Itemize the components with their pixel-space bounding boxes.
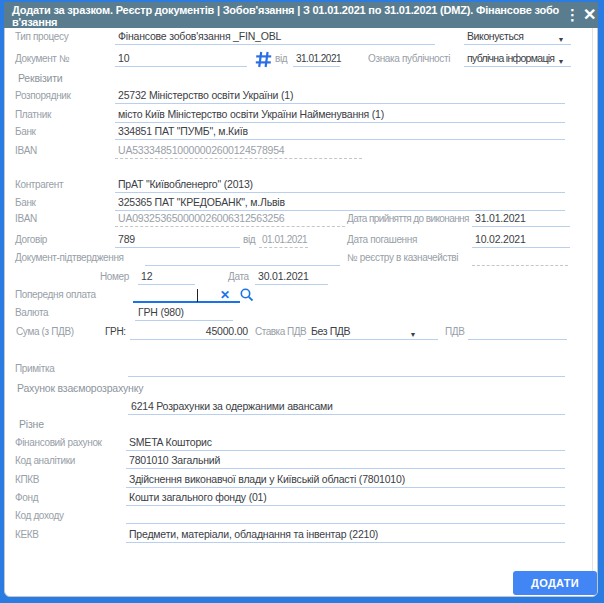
chevron-down-icon: ▼ xyxy=(557,32,564,47)
kpkv-field[interactable]: Здійснення виконавчої влади у Київській … xyxy=(126,472,565,488)
platnyk-field[interactable]: місто Київ Міністерство освіти України Н… xyxy=(115,107,565,123)
bank1-label: Банк xyxy=(15,126,36,137)
doc-from-date-field[interactable]: 31.01.2021 xyxy=(293,51,340,67)
vat-label: ПДВ xyxy=(445,326,465,337)
bank2-field[interactable]: 325365 ПАТ "КРЕДОБАНК", м.Львів xyxy=(115,195,565,211)
status-dropdown[interactable]: Виконується▼ xyxy=(464,29,571,45)
currency-field[interactable]: ГРН (980) xyxy=(135,305,233,321)
kontragent-label: Контрагент xyxy=(15,179,63,190)
process-type-field[interactable]: Фінансове зобов'язання _FIN_OBL xyxy=(115,29,435,45)
text-cursor xyxy=(197,289,198,302)
fin-account-label: Фінансовий рахунок xyxy=(15,437,102,448)
vat-field[interactable] xyxy=(468,324,567,340)
note-field[interactable] xyxy=(128,361,565,377)
fond-label: Фонд xyxy=(15,492,38,503)
bank2-label: Банк xyxy=(15,197,36,208)
iban2-field: UA093253650000026006312563256 xyxy=(115,211,345,227)
bank1-field[interactable]: 334851 ПАТ "ПУМБ", м.Київ xyxy=(115,124,565,140)
publicity-label: Ознака публічності xyxy=(368,53,450,64)
income-code-label: Код доходу xyxy=(15,510,64,521)
chevron-down-icon: ▼ xyxy=(409,327,416,342)
income-code-field[interactable] xyxy=(126,508,565,524)
kekv-label: КЕКВ xyxy=(15,529,39,540)
repayment-date-field[interactable]: 10.02.2021 xyxy=(472,232,570,248)
section-settlement: Рахунок взаєморозрахунку xyxy=(17,382,143,394)
rozporiadnyk-field[interactable]: 25732 Міністерство освіти України (1) xyxy=(115,88,565,104)
prepayment-label: Попередня оплата xyxy=(15,289,96,300)
dohovir-label: Договір xyxy=(15,234,47,245)
chevron-down-icon: ▼ xyxy=(557,54,564,69)
document-no-label: Документ № xyxy=(15,53,69,64)
iban1-label: IBAN xyxy=(15,145,37,156)
confirm-doc-field[interactable] xyxy=(145,250,340,266)
vat-rate-label: Ставка ПДВ xyxy=(255,326,306,337)
kekv-field[interactable]: Предмети, матеріали, обладнання та інвен… xyxy=(126,527,565,543)
platnyk-label: Платник xyxy=(15,109,51,120)
scroll-track xyxy=(592,28,593,594)
publicity-value: публічна інформація xyxy=(467,52,554,64)
iban2-label: IBAN xyxy=(15,213,37,224)
settlement-field[interactable]: 6214 Розрахунки за одержаними авансами xyxy=(128,399,565,415)
clear-icon[interactable]: ✕ xyxy=(220,288,230,302)
add-button[interactable]: ДОДАТИ xyxy=(513,571,597,595)
fin-account-field[interactable]: SMETA Кошторис xyxy=(126,435,565,451)
kpkv-label: КПКВ xyxy=(15,474,39,485)
dohovir-from-date-field: 01.01.2021 xyxy=(259,232,308,248)
data2-label: Дата xyxy=(228,271,249,282)
document-no-field[interactable]: 10 xyxy=(115,51,247,67)
currency-label: Валюта xyxy=(15,307,48,318)
section-rekvizyty: Реквізити xyxy=(18,72,62,84)
analytics-code-label: Код аналітики xyxy=(15,455,75,466)
note-label: Примітка xyxy=(15,363,54,374)
search-icon[interactable] xyxy=(239,287,255,303)
acceptance-date-label: Дата прийняття до виконання xyxy=(347,213,469,224)
fond-field[interactable]: Кошти загального фонду (01) xyxy=(126,490,565,506)
iban1-field: UA533348510000002600124578954 xyxy=(115,143,362,159)
sum-field[interactable]: 45000.00 xyxy=(130,324,250,340)
sum-currency-label: ГРН: xyxy=(105,326,126,337)
vat-rate-dropdown[interactable]: Без ПДВ▼ xyxy=(308,324,438,340)
dohovir-from-label: від xyxy=(243,234,255,245)
treasury-reg-field xyxy=(472,250,568,266)
process-type-label: Тип процесу xyxy=(15,31,68,42)
data2-field[interactable]: 30.01.2021 xyxy=(255,269,328,285)
repayment-date-label: Дата погашення xyxy=(347,234,417,245)
form: Тип процесу Фінансове зобов'язання _FIN_… xyxy=(0,0,604,603)
rozporiadnyk-label: Розпорядник xyxy=(15,90,71,101)
kontragent-field[interactable]: ПрАТ "Київобленерго" (2013) xyxy=(115,177,565,193)
status-value: Виконується xyxy=(467,30,524,42)
doc-from-label: від xyxy=(275,53,287,64)
analytics-code-field[interactable]: 7801010 Загальний xyxy=(126,453,565,469)
vat-rate-value: Без ПДВ xyxy=(311,325,350,337)
sum-label: Сума (з ПДВ) xyxy=(16,326,74,337)
publicity-dropdown[interactable]: публічна інформація▼ xyxy=(464,51,571,67)
acceptance-date-field[interactable]: 31.01.2021 xyxy=(472,211,570,227)
dohovir-field[interactable]: 789 xyxy=(115,232,240,248)
treasury-reg-label: № реєстру в казначействі xyxy=(347,252,458,263)
nomer-label: Номер xyxy=(100,271,129,282)
section-rizne: Різне xyxy=(19,418,44,430)
confirm-doc-label: Документ-підтвердження xyxy=(15,252,124,263)
number-hash-icon[interactable] xyxy=(255,51,272,68)
nomer-field[interactable]: 12 xyxy=(138,269,195,285)
